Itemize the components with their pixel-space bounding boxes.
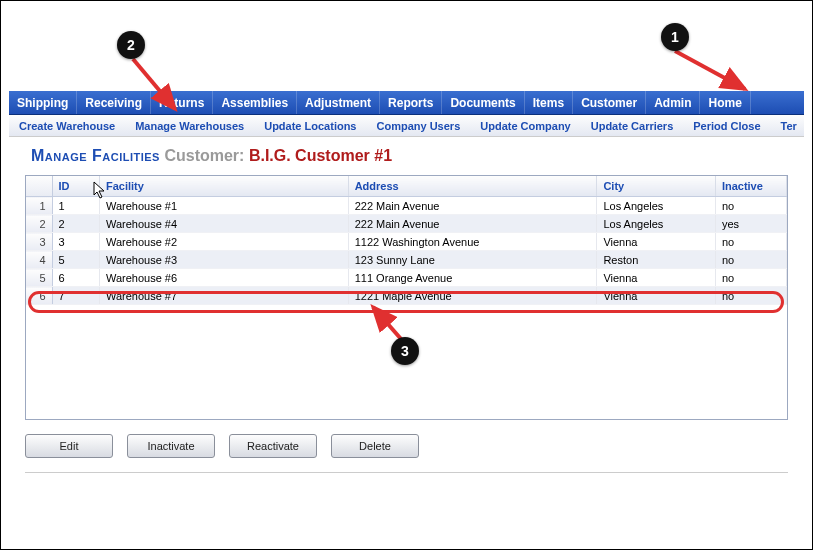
nav-receiving[interactable]: Receiving xyxy=(77,91,151,115)
table-row[interactable]: 45Warehouse #3123 Sunny LaneRestonno xyxy=(26,251,787,269)
title-customer: B.I.G. Customer #1 xyxy=(249,147,392,164)
cell-address: 222 Main Avenue xyxy=(348,197,597,215)
cell-rownum: 4 xyxy=(26,251,52,269)
nav-documents[interactable]: Documents xyxy=(442,91,524,115)
cell-id: 5 xyxy=(52,251,99,269)
cell-city: Reston xyxy=(597,251,715,269)
callout-1: 1 xyxy=(661,23,689,51)
nav-items[interactable]: Items xyxy=(525,91,573,115)
title-label: Customer: xyxy=(164,147,244,164)
title-section: Manage Facilities xyxy=(31,147,160,164)
callout-2: 2 xyxy=(117,31,145,59)
table-row[interactable]: 11Warehouse #1222 Main AvenueLos Angeles… xyxy=(26,197,787,215)
cell-rownum: 2 xyxy=(26,215,52,233)
callout-3: 3 xyxy=(391,337,419,365)
nav-shipping[interactable]: Shipping xyxy=(9,91,77,115)
cell-address: 111 Orange Avenue xyxy=(348,269,597,287)
table-row[interactable]: 33Warehouse #21122 Washington AvenueVien… xyxy=(26,233,787,251)
facilities-table-container: ID Facility Address City Inactive 11Ware… xyxy=(25,175,788,420)
cell-facility: Warehouse #6 xyxy=(99,269,348,287)
cell-facility: Warehouse #7 xyxy=(99,287,348,305)
cell-city: Los Angeles xyxy=(597,197,715,215)
subnav-update-locations[interactable]: Update Locations xyxy=(254,115,366,137)
cell-inactive: no xyxy=(715,233,786,251)
nav-admin[interactable]: Admin xyxy=(646,91,700,115)
cell-inactive: yes xyxy=(715,215,786,233)
table-row[interactable]: 22Warehouse #4222 Main AvenueLos Angeles… xyxy=(26,215,787,233)
col-address[interactable]: Address xyxy=(348,176,597,197)
nav-returns[interactable]: Returns xyxy=(151,91,213,115)
cell-rownum: 1 xyxy=(26,197,52,215)
col-id[interactable]: ID xyxy=(52,176,99,197)
cell-inactive: no xyxy=(715,269,786,287)
cell-id: 1 xyxy=(52,197,99,215)
cell-id: 2 xyxy=(52,215,99,233)
cell-rownum: 5 xyxy=(26,269,52,287)
facilities-table: ID Facility Address City Inactive 11Ware… xyxy=(26,176,787,305)
cell-city: Vienna xyxy=(597,287,715,305)
subnav-truncated[interactable]: Ter xyxy=(771,115,804,137)
nav-adjustment[interactable]: Adjustment xyxy=(297,91,380,115)
col-rownum[interactable] xyxy=(26,176,52,197)
cell-facility: Warehouse #3 xyxy=(99,251,348,269)
cell-address: 123 Sunny Lane xyxy=(348,251,597,269)
main-nav: Shipping Receiving Returns Assemblies Ad… xyxy=(9,91,804,115)
subnav-company-users[interactable]: Company Users xyxy=(367,115,471,137)
cell-id: 3 xyxy=(52,233,99,251)
cell-city: Los Angeles xyxy=(597,215,715,233)
cell-facility: Warehouse #2 xyxy=(99,233,348,251)
page-title: Manage Facilities Customer: B.I.G. Custo… xyxy=(31,147,804,165)
cell-inactive: no xyxy=(715,251,786,269)
svg-line-0 xyxy=(675,51,745,89)
cell-address: 222 Main Avenue xyxy=(348,215,597,233)
table-row[interactable]: 56Warehouse #6111 Orange AvenueViennano xyxy=(26,269,787,287)
edit-button[interactable]: Edit xyxy=(25,434,113,458)
cell-id: 7 xyxy=(52,287,99,305)
nav-assemblies[interactable]: Assemblies xyxy=(213,91,297,115)
divider xyxy=(25,472,788,473)
reactivate-button[interactable]: Reactivate xyxy=(229,434,317,458)
cell-address: 1122 Washington Avenue xyxy=(348,233,597,251)
nav-reports[interactable]: Reports xyxy=(380,91,442,115)
subnav-manage-warehouses[interactable]: Manage Warehouses xyxy=(125,115,254,137)
cell-id: 6 xyxy=(52,269,99,287)
table-row[interactable]: 67Warehouse #71221 Maple AvenueViennano xyxy=(26,287,787,305)
sub-nav: Create Warehouse Manage Warehouses Updat… xyxy=(9,115,804,137)
cell-city: Vienna xyxy=(597,269,715,287)
subnav-update-company[interactable]: Update Company xyxy=(470,115,580,137)
nav-home[interactable]: Home xyxy=(700,91,750,115)
col-inactive[interactable]: Inactive xyxy=(715,176,786,197)
action-buttons: Edit Inactivate Reactivate Delete xyxy=(25,434,788,458)
cell-facility: Warehouse #4 xyxy=(99,215,348,233)
delete-button[interactable]: Delete xyxy=(331,434,419,458)
nav-customer[interactable]: Customer xyxy=(573,91,646,115)
col-facility[interactable]: Facility xyxy=(99,176,348,197)
subnav-update-carriers[interactable]: Update Carriers xyxy=(581,115,684,137)
cell-facility: Warehouse #1 xyxy=(99,197,348,215)
cell-rownum: 3 xyxy=(26,233,52,251)
col-city[interactable]: City xyxy=(597,176,715,197)
subnav-create-warehouse[interactable]: Create Warehouse xyxy=(9,115,125,137)
subnav-period-close[interactable]: Period Close xyxy=(683,115,770,137)
cell-inactive: no xyxy=(715,197,786,215)
cell-city: Vienna xyxy=(597,233,715,251)
cell-rownum: 6 xyxy=(26,287,52,305)
inactivate-button[interactable]: Inactivate xyxy=(127,434,215,458)
cell-inactive: no xyxy=(715,287,786,305)
cell-address: 1221 Maple Avenue xyxy=(348,287,597,305)
